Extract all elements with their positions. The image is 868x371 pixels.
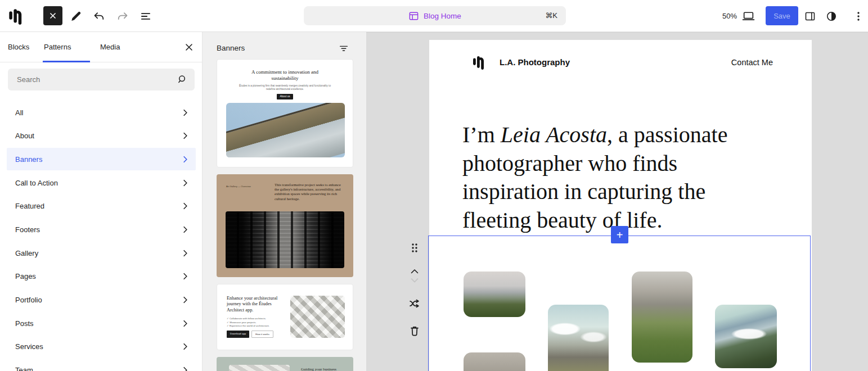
sidebar-item-posts[interactable]: Posts [7, 312, 196, 334]
filter-icon[interactable] [338, 43, 349, 54]
laptop-icon [742, 10, 755, 22]
chevron-right-icon [182, 366, 188, 371]
gallery-image-rocky-peaks[interactable] [464, 352, 525, 371]
style-contrast-button[interactable] [825, 10, 838, 23]
chevron-right-icon [182, 272, 188, 280]
sidebar-item-team[interactable]: Team [7, 359, 196, 371]
chevron-right-icon [182, 202, 188, 210]
add-block-button[interactable]: + [611, 226, 628, 243]
editor-canvas: L.A. Photography Contact Me I’m Leia Aco… [366, 32, 868, 371]
panel-title: Banners [217, 44, 245, 52]
thumb-heading: Enhance your architectural journey with … [227, 296, 287, 313]
search-icon [177, 74, 188, 85]
shuffle-icon[interactable] [403, 297, 426, 310]
chevron-right-icon [182, 132, 188, 140]
pattern-search [8, 69, 195, 91]
save-button[interactable]: Save [766, 6, 798, 25]
command-palette[interactable]: Blog Home ⌘K [304, 6, 566, 25]
zoom-level: 50% [722, 12, 737, 20]
tab-media[interactable]: Media [100, 32, 120, 62]
thumb-heading: Guiding your business [301, 367, 347, 371]
block-toolbar [403, 242, 426, 371]
selected-gallery-block-outline [428, 236, 811, 371]
thumb-photo-geometric [229, 365, 290, 371]
chevron-right-icon [182, 225, 188, 234]
undo-button[interactable] [92, 10, 106, 23]
site-title[interactable]: L.A. Photography [500, 57, 570, 67]
edit-pencil-button[interactable] [69, 10, 83, 23]
thumb-photo-building-sky [226, 103, 345, 157]
tab-blocks[interactable]: Blocks [8, 32, 29, 62]
command-shortcut: ⌘K [545, 11, 557, 20]
thumb-bullets: Collaborate with fellow architects. Show… [227, 317, 269, 328]
nav-link-contact[interactable]: Contact Me [731, 58, 773, 67]
chevron-right-icon [182, 179, 188, 187]
pattern-card-commitment-banner[interactable]: A commitment to innovation and sustainab… [217, 59, 353, 168]
thumb-body: Études is a pioneering firm that seamles… [237, 84, 333, 91]
close-inserter-icon[interactable] [183, 42, 195, 53]
sidebar-item-all[interactable]: All [7, 101, 196, 124]
sidebar-item-about[interactable]: About [7, 125, 196, 147]
sidebar-item-pages[interactable]: Pages [7, 265, 196, 288]
sidebar-item-portfolio[interactable]: Portfolio [7, 289, 196, 311]
zoom-preview-button[interactable]: 50% [722, 6, 755, 25]
chevron-right-icon [182, 296, 188, 304]
pattern-card-app-banner[interactable]: Enhance your architectural journey with … [217, 284, 353, 350]
document-overview-button[interactable] [139, 10, 152, 23]
search-input[interactable] [17, 69, 174, 91]
thumb-label: Art Gallery — Overview [226, 185, 251, 188]
close-editor-button[interactable] [43, 6, 62, 25]
redo-button[interactable] [116, 10, 129, 23]
thumb-photo-bw-facade [226, 211, 344, 268]
sidebar-item-call-to-action[interactable]: Call to Action [7, 171, 196, 194]
inserter-sidebar: Blocks Patterns Media All About Banners … [0, 32, 203, 371]
chevron-right-icon [182, 342, 188, 351]
pattern-card-art-gallery-banner[interactable]: Art Gallery — Overview This transformati… [217, 174, 353, 277]
thumb-button-secondary: How it works [251, 331, 273, 338]
patterns-panel: Banners A commitment to innovation and s… [203, 32, 366, 371]
chevron-right-icon [182, 249, 188, 257]
sidebar-item-footers[interactable]: Footers [7, 218, 196, 241]
tab-patterns[interactable]: Patterns [44, 32, 71, 62]
gallery-image-dolomites-meadow[interactable] [632, 272, 692, 363]
template-icon [408, 11, 419, 21]
gallery-image-cloud-filled-valley[interactable] [715, 305, 777, 368]
chevron-right-icon [182, 319, 188, 328]
hero-heading-block[interactable]: I’m Leia Acosta, a passionate photograph… [462, 121, 727, 234]
pattern-card-business-banner[interactable]: Guiding your business [217, 357, 353, 371]
thumb-photo-cubes [290, 296, 345, 338]
thumb-button: About us [277, 94, 293, 99]
sidebar-item-services[interactable]: Services [7, 336, 196, 358]
thumb-heading: A commitment to innovation and sustainab… [240, 69, 330, 82]
gallery-image-hiker-on-alpine-peaks[interactable] [548, 305, 609, 371]
move-down-icon[interactable] [403, 276, 426, 285]
pattern-category-list: All About Banners Call to Action Feature… [7, 101, 196, 371]
site-logo-icon[interactable] [473, 55, 486, 70]
chevron-right-icon [182, 155, 188, 164]
chevron-right-icon [182, 108, 188, 117]
active-tab-underline [43, 61, 90, 62]
active-template-label: Blog Home [424, 12, 461, 20]
inserter-tabs: Blocks Patterns Media [0, 32, 202, 62]
gallery-image-misty-mountain-ridge[interactable] [464, 272, 525, 317]
hero-heading-name-italic: Leia Acosta [501, 122, 607, 147]
sidebar-item-gallery[interactable]: Gallery [7, 242, 196, 264]
sidebar-item-banners[interactable]: Banners [7, 148, 196, 170]
thumb-body: This transformative project seeks to enh… [275, 183, 344, 201]
wordpress-com-logo-icon [8, 8, 25, 25]
thumb-button-primary: Download app [227, 331, 249, 338]
site-editor: Blog Home ⌘K 50% Save Blocks Patterns Me… [0, 0, 868, 371]
topbar: Blog Home ⌘K 50% Save [0, 0, 868, 32]
move-up-icon[interactable] [403, 267, 426, 276]
trash-icon[interactable] [403, 324, 426, 338]
sidebar-item-featured[interactable]: Featured [7, 195, 196, 218]
options-kebab-button[interactable] [852, 10, 865, 23]
drag-handle-icon[interactable] [403, 242, 426, 254]
sidebar-toggle-button[interactable] [803, 10, 817, 23]
